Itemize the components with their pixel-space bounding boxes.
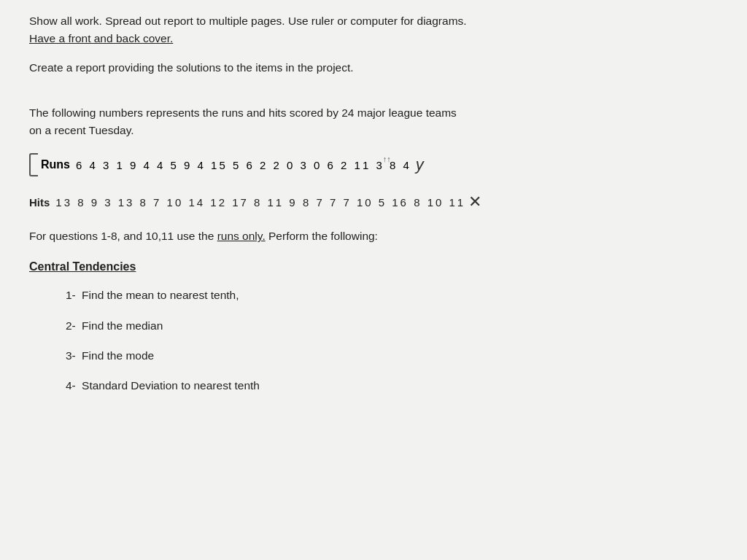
runs-only-text: runs only. (217, 230, 266, 242)
central-tendencies-title: Central Tendencies (29, 260, 718, 273)
list-item: 1- Find the mean to nearest tenth, (66, 287, 718, 303)
create-report-line: Create a report providing the solutions … (29, 59, 718, 76)
runs-numbers: 6 4 3 1 9 4 4 5 9 4 15 5 6 2 2 0 3 0 6 2… (76, 159, 411, 171)
runs-row: Runs 6 4 3 1 9 4 4 5 9 4 15 5 6 2 2 0 3 … (29, 153, 718, 176)
item-text-3: Find the mode (82, 349, 154, 362)
hits-row: Hits 13 8 9 3 13 8 7 10 14 12 17 8 11 9 … (29, 192, 718, 211)
small-annotation: ↑↑ (383, 155, 391, 163)
list-item: 4- Standard Deviation to nearest tenth (66, 377, 718, 394)
annotation-y: y (416, 155, 424, 174)
item-text-2: Find the median (82, 319, 163, 332)
item-number-3: 3- (66, 349, 76, 362)
front-back-line: Have a front and back cover. (29, 31, 173, 47)
runs-label: Runs (41, 158, 70, 171)
list-item: 3- Find the mode (66, 347, 718, 364)
list-item: 2- Find the median (66, 317, 718, 334)
bracket-left-icon (29, 153, 38, 176)
hits-numbers: 13 8 9 3 13 8 7 10 14 12 17 8 11 9 8 7 7… (55, 196, 465, 209)
annotation-x: ✕ (468, 192, 481, 211)
item-text-4: Standard Deviation to nearest tenth (82, 379, 260, 392)
item-number-1: 1- (66, 289, 76, 301)
items-list: 1- Find the mean to nearest tenth, 2- Fi… (29, 287, 718, 394)
following-numbers-line: The following numbers represents the run… (29, 104, 718, 141)
for-questions-line: For questions 1-8, and 10,11 use the run… (29, 228, 718, 244)
hits-label: Hits (29, 196, 50, 209)
for-questions-pre: For questions 1-8, and 10,11 use the (29, 230, 217, 242)
runs-content: Runs 6 4 3 1 9 4 4 5 9 4 15 5 6 2 2 0 3 … (41, 155, 424, 174)
show-work-line: Show all work. Spread out report to mult… (29, 13, 718, 29)
page: Show all work. Spread out report to mult… (0, 0, 747, 560)
for-questions-post: Perform the following: (266, 230, 378, 242)
item-number-2: 2- (66, 319, 76, 332)
item-text-1: Find the mean to nearest tenth, (82, 289, 239, 301)
item-number-4: 4- (66, 379, 76, 392)
